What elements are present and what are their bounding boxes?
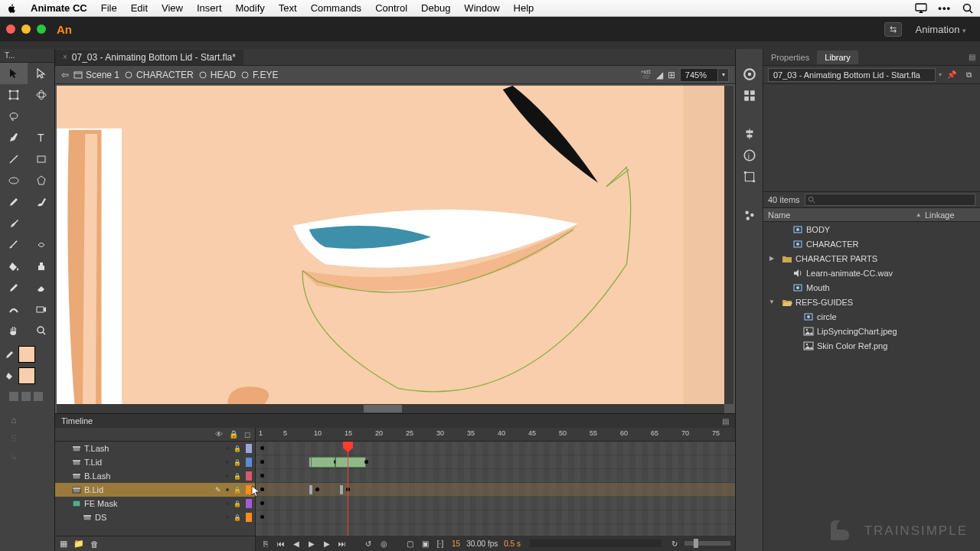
playhead[interactable] [348, 442, 348, 536]
keyframe[interactable] [260, 474, 264, 478]
library-item[interactable]: Mouth [763, 280, 980, 295]
bone-tool[interactable] [0, 234, 28, 256]
modify-markers-button[interactable]: [·] [435, 538, 446, 549]
timeline-scrollbar[interactable] [530, 540, 662, 547]
tween-span[interactable] [311, 457, 335, 468]
layer-visibility-toggle[interactable] [226, 502, 229, 505]
hand-tool[interactable] [0, 320, 28, 341]
menu-help[interactable]: Help [514, 2, 534, 14]
sync-settings-icon[interactable]: ⇆ [884, 22, 902, 37]
step-forward-button[interactable]: ▶ [322, 538, 332, 549]
info-panel-icon[interactable]: i [743, 148, 756, 162]
width-tool[interactable] [0, 298, 28, 320]
scene-crumb[interactable]: Scene 1 [74, 70, 119, 80]
frame-track[interactable] [256, 497, 735, 510]
3d-rotation-tool[interactable] [28, 84, 55, 106]
line-tool[interactable] [0, 148, 28, 170]
frame-track[interactable] [256, 442, 735, 455]
snap-icon[interactable]: ⌂ [11, 415, 16, 425]
new-layer-button[interactable]: ▦ [60, 539, 67, 549]
stage-vertical-scrollbar[interactable] [724, 86, 733, 404]
workspace-switcher[interactable]: Animation ▾ [908, 21, 974, 38]
library-item[interactable]: ▼REFS-GUIDES [763, 295, 980, 309]
goto-last-button[interactable]: ⏭ [337, 538, 348, 549]
free-transform-tool[interactable] [0, 84, 28, 106]
timeline-zoom-slider[interactable] [684, 541, 730, 546]
keyframe[interactable] [260, 487, 264, 491]
loop-button[interactable]: ↺ [363, 538, 374, 549]
keyframe[interactable] [364, 460, 368, 464]
fill-color[interactable] [5, 367, 50, 384]
new-library-panel-button[interactable]: ⧉ [962, 68, 975, 82]
edit-multiple-button[interactable]: ▣ [420, 538, 430, 549]
library-name-column[interactable]: Name [763, 210, 916, 220]
swap-colors[interactable] [34, 392, 43, 401]
history-panel-icon[interactable] [743, 208, 756, 222]
stage-horizontal-scrollbar[interactable] [57, 404, 724, 413]
screen-mirror-icon[interactable] [915, 2, 927, 15]
layer-row[interactable]: B.Lid ✎ 🔒 [55, 483, 255, 497]
layer-visibility-toggle[interactable] [226, 516, 229, 519]
keyframe[interactable] [260, 446, 264, 450]
eraser-tool[interactable] [28, 277, 55, 298]
paint-bucket-tool[interactable] [0, 256, 28, 277]
color-panel-icon[interactable] [743, 67, 756, 81]
no-color[interactable] [21, 392, 31, 401]
library-item[interactable]: circle [763, 309, 980, 324]
blank-keyframe[interactable] [339, 484, 344, 495]
frame-ruler[interactable]: 1510152025303540455055606570758 [256, 428, 735, 442]
polystar-tool[interactable] [28, 170, 55, 191]
library-item[interactable]: Skin Color Ref.png [763, 338, 980, 353]
outline-column-icon[interactable]: ◻ [244, 430, 250, 439]
layer-visibility-toggle[interactable] [226, 447, 229, 450]
rotate-canvas-icon[interactable]: ◢ [656, 70, 663, 80]
clapper-icon[interactable]: 🎬 [640, 70, 652, 80]
paint-brush-tool[interactable] [28, 191, 55, 213]
play-button[interactable]: ▶ [306, 538, 317, 549]
step-back-button[interactable]: ◀ [291, 538, 302, 549]
properties-tab[interactable]: Properties [763, 51, 817, 64]
menu-file[interactable]: File [101, 2, 117, 14]
pen-tool[interactable] [0, 127, 28, 148]
layer-lock-toggle[interactable]: 🔒 [234, 500, 241, 507]
library-item[interactable]: LipSyncingChart.jpeg [763, 324, 980, 338]
layer-row[interactable]: B.Lash 🔒 [55, 469, 255, 483]
layer-outline-color[interactable] [246, 458, 252, 467]
center-frame-button[interactable]: ⎘ [260, 538, 271, 549]
spotlight-icon[interactable] [962, 2, 974, 15]
brush-tool[interactable] [0, 213, 28, 234]
align-panel-icon[interactable] [743, 127, 756, 141]
swatches-panel-icon[interactable] [743, 89, 756, 103]
keyframe[interactable] [260, 460, 264, 464]
menu-extras-icon[interactable]: ••• [938, 2, 951, 14]
delete-layer-button[interactable]: 🗑 [90, 540, 99, 549]
menu-debug[interactable]: Debug [421, 2, 450, 14]
black-white-swap[interactable] [9, 392, 18, 401]
library-search-input[interactable] [805, 194, 975, 206]
text-tool[interactable]: T [28, 127, 55, 148]
back-button[interactable]: ⇦ [61, 70, 69, 80]
library-linkage-column[interactable]: Linkage [925, 210, 980, 220]
frame-track[interactable] [256, 455, 735, 469]
library-item[interactable]: BODY [763, 222, 980, 236]
layer-visibility-toggle[interactable] [226, 461, 229, 464]
frame-track[interactable] [256, 510, 735, 524]
menu-insert[interactable]: Insert [197, 2, 222, 14]
panel-options-icon[interactable]: ▤ [969, 53, 980, 61]
menu-commands[interactable]: Commands [311, 2, 361, 14]
layer-row[interactable]: T.Lash 🔒 [55, 442, 255, 455]
layer-outline-color[interactable] [246, 485, 252, 494]
zoom-dropdown[interactable]: ▾ [718, 68, 729, 82]
visibility-column-icon[interactable]: 👁 [215, 430, 223, 439]
rectangle-tool[interactable] [28, 148, 55, 170]
minimize-window-button[interactable] [21, 24, 31, 34]
zoom-timeline-reset[interactable]: ↻ [669, 538, 680, 549]
layer-lock-toggle[interactable]: 🔒 [234, 487, 241, 494]
clip-content-icon[interactable]: ⊞ [668, 70, 675, 80]
goto-first-button[interactable]: ⏮ [276, 538, 286, 549]
onion-skin-button[interactable]: ◎ [378, 538, 389, 549]
crumb-head[interactable]: HEAD [198, 70, 236, 80]
menu-edit[interactable]: Edit [131, 2, 148, 14]
layer-outline-color[interactable] [246, 499, 252, 508]
document-tab[interactable]: × 07_03 - Animating Bottom Lid - Start.f… [55, 50, 243, 65]
